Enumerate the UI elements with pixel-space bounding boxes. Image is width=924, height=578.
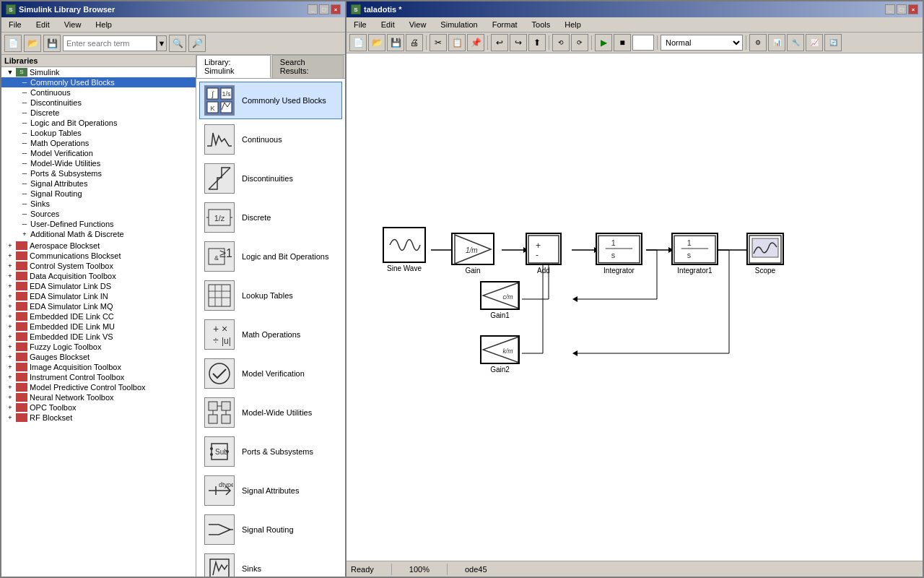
search-btn[interactable]: 🔍 xyxy=(169,35,186,52)
model-minimize-btn[interactable]: _ xyxy=(885,4,895,14)
search-dropdown-btn[interactable]: ▼ xyxy=(157,35,167,51)
tree-item-gauges[interactable]: + Gauges Blockset xyxy=(1,352,196,362)
menu-view[interactable]: View xyxy=(60,19,86,30)
search-input[interactable] xyxy=(63,35,157,51)
model-copy-btn[interactable]: 📋 xyxy=(448,34,466,51)
block-item-ports-sub[interactable]: Sub Ports & Subsystems xyxy=(199,433,342,470)
tree-item-continuous[interactable]: ─ Continuous xyxy=(1,87,196,98)
block-gain2[interactable]: k/m Gain2 xyxy=(480,335,520,374)
model-extra-btn1[interactable]: ⚙ xyxy=(749,34,767,51)
model-close-btn[interactable]: × xyxy=(908,4,918,14)
model-extra-btn4[interactable]: 📈 xyxy=(806,34,823,51)
model-menu-edit[interactable]: Edit xyxy=(377,19,399,30)
tree-item-sources[interactable]: ─ Sources xyxy=(1,209,196,219)
close-btn[interactable]: × xyxy=(331,4,341,14)
model-extra-btn5[interactable]: 🔄 xyxy=(824,34,842,51)
model-extra-btn3[interactable]: 🔧 xyxy=(787,34,804,51)
play-btn[interactable]: ▶ xyxy=(595,34,612,51)
menu-help[interactable]: Help xyxy=(91,19,116,30)
tree-item-sinks[interactable]: ─ Sinks xyxy=(1,199,196,209)
tree-item-eda-ds[interactable]: + EDA Simulator Link DS xyxy=(1,281,196,291)
tree-item-discrete[interactable]: ─ Discrete xyxy=(1,108,196,118)
block-item-continuous[interactable]: Continuous xyxy=(199,121,342,158)
tree-item-instrument[interactable]: + Instrument Control Toolbox xyxy=(1,372,196,382)
block-item-discrete[interactable]: 1/z Discrete xyxy=(199,199,342,236)
block-integrator[interactable]: 1 s Integrator xyxy=(596,233,642,275)
tree-item-ide-mu[interactable]: + Embedded IDE Link MU xyxy=(1,322,196,332)
stop-btn[interactable]: ■ xyxy=(614,34,631,51)
sim-mode-select[interactable]: Normal Accelerator Rapid Accelerator xyxy=(661,35,743,51)
model-new-btn[interactable]: 📄 xyxy=(349,34,367,51)
new-btn[interactable]: 📄 xyxy=(4,35,22,52)
block-item-commonly-used[interactable]: ∫ 1/s K Commonly Used Blocks xyxy=(199,82,342,119)
tree-item-eda-mq[interactable]: + EDA Simulator Link MQ xyxy=(1,301,196,311)
tree-item-eda-in[interactable]: + EDA Simulator Link IN xyxy=(1,291,196,301)
step-input[interactable]: 3 xyxy=(632,35,654,51)
block-item-sinks[interactable]: Sinks xyxy=(199,550,342,577)
model-save-btn[interactable]: 💾 xyxy=(387,34,404,51)
model-menu-file[interactable]: File xyxy=(349,19,371,30)
tree-item-ports-sub[interactable]: ─ Ports & Subsystems xyxy=(1,168,196,178)
block-add[interactable]: + - Add xyxy=(526,233,562,275)
tree-item-add-math[interactable]: + Additional Math & Discrete xyxy=(1,229,196,239)
block-item-lookup[interactable]: Lookup Tables xyxy=(199,277,342,314)
tree-item-discontinuities[interactable]: ─ Discontinuities xyxy=(1,98,196,108)
block-item-signal-attr[interactable]: dtype Signal Attributes xyxy=(199,472,342,509)
block-gain1[interactable]: c/m Gain1 xyxy=(480,281,520,319)
tree-item-fuzzy[interactable]: + Fuzzy Logic Toolbox xyxy=(1,342,196,352)
tree-item-control[interactable]: + Control System Toolbox xyxy=(1,261,196,271)
model-cut-btn[interactable]: ✂ xyxy=(430,34,447,51)
tree-item-aerospace[interactable]: + Aerospace Blockset xyxy=(1,241,196,251)
model-menu-simulation[interactable]: Simulation xyxy=(436,19,481,30)
block-item-discontinuities[interactable]: Discontinuities xyxy=(199,160,342,197)
tree-item-mpc[interactable]: + Model Predictive Control Toolbox xyxy=(1,382,196,392)
tab-search[interactable]: Search Results: xyxy=(272,55,344,78)
model-undo-btn[interactable]: ↩ xyxy=(491,34,508,51)
model-zoomfit-btn[interactable]: ⟳ xyxy=(571,34,588,51)
model-menu-view[interactable]: View xyxy=(405,19,431,30)
tree-item-logic-bit[interactable]: ─ Logic and Bit Operations xyxy=(1,118,196,128)
tree-item-model-verif[interactable]: ─ Model Verification xyxy=(1,148,196,158)
model-extra-btn2[interactable]: 📊 xyxy=(768,34,785,51)
tab-library[interactable]: Library: Simulink xyxy=(196,55,271,78)
block-item-math-ops[interactable]: + × ÷ |u| Math Operations xyxy=(199,316,342,353)
block-scope[interactable]: Scope xyxy=(746,233,784,275)
tree-item-opc[interactable]: + OPC Toolbox xyxy=(1,402,196,413)
model-fit-btn[interactable]: ⟲ xyxy=(552,34,570,51)
model-paste-btn[interactable]: 📌 xyxy=(467,34,484,51)
model-menu-format[interactable]: Format xyxy=(488,19,522,30)
model-open-btn[interactable]: 📂 xyxy=(368,34,385,51)
tree-item-model-wide[interactable]: ─ Model-Wide Utilities xyxy=(1,158,196,168)
tree-root-simulink[interactable]: ▼ S Simulink xyxy=(1,67,196,77)
tree-item-lookup[interactable]: ─ Lookup Tables xyxy=(1,128,196,138)
block-gain[interactable]: 1/m Gain xyxy=(451,233,494,275)
find-btn[interactable]: 🔎 xyxy=(188,35,206,52)
tree-item-math-ops[interactable]: ─ Math Operations xyxy=(1,138,196,148)
tree-item-comms[interactable]: + Communications Blockset xyxy=(1,251,196,261)
tree-item-ide-cc[interactable]: + Embedded IDE Link CC xyxy=(1,311,196,322)
model-menu-tools[interactable]: Tools xyxy=(528,19,555,30)
block-item-model-wide[interactable]: Model-Wide Utilities xyxy=(199,394,342,431)
model-print-btn[interactable]: 🖨 xyxy=(406,34,423,51)
model-menu-help[interactable]: Help xyxy=(560,19,585,30)
tree-item-signal-attr[interactable]: ─ Signal Attributes xyxy=(1,178,196,189)
tree-item-signal-routing[interactable]: ─ Signal Routing xyxy=(1,189,196,199)
block-item-logic-bit[interactable]: & ≥1 Logic and Bit Operations xyxy=(199,238,342,275)
maximize-btn[interactable]: □ xyxy=(319,4,329,14)
menu-file[interactable]: File xyxy=(4,19,26,30)
tree-item-rf[interactable]: + RF Blockset xyxy=(1,413,196,423)
block-item-signal-routing[interactable]: Signal Routing xyxy=(199,511,342,548)
block-sine-wave[interactable]: Sine Wave xyxy=(383,227,426,272)
model-up-btn[interactable]: ⬆ xyxy=(528,34,546,51)
tree-item-daq[interactable]: + Data Acquisition Toolbox xyxy=(1,271,196,281)
tree-item-image[interactable]: + Image Acquisition Toolbox xyxy=(1,362,196,372)
tree-item-commonly-used[interactable]: ─ Commonly Used Blocks xyxy=(1,77,196,87)
block-integrator1[interactable]: 1 s Integrator1 xyxy=(671,233,718,275)
open-btn[interactable]: 📂 xyxy=(24,35,41,52)
model-maximize-btn[interactable]: □ xyxy=(897,4,907,14)
model-redo-btn[interactable]: ↪ xyxy=(510,34,527,51)
minimize-btn[interactable]: _ xyxy=(308,4,318,14)
tree-item-ide-vs[interactable]: + Embedded IDE Link VS xyxy=(1,332,196,342)
tree-item-user-defined[interactable]: ─ User-Defined Functions xyxy=(1,219,196,229)
menu-edit[interactable]: Edit xyxy=(32,19,54,30)
